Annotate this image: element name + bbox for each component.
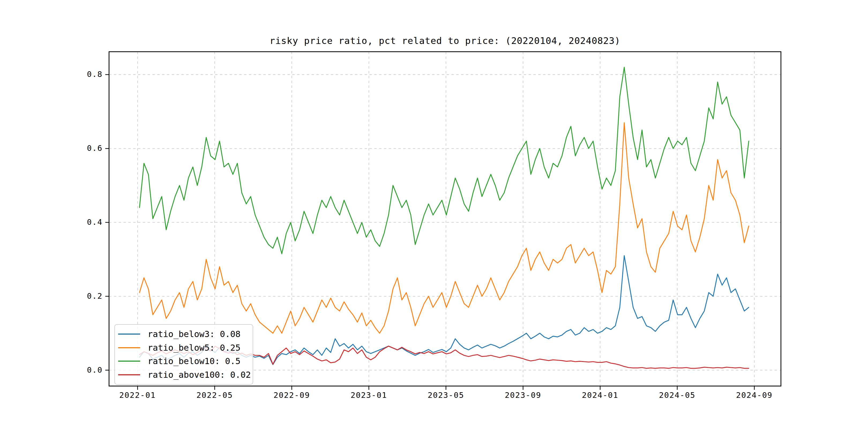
legend: ratio_below3: 0.08 ratio_below5: 0.25 ra… (114, 324, 253, 385)
y-tick-label: 0.2 (60, 291, 103, 301)
legend-item-label: ratio_below5: 0.25 (148, 343, 241, 353)
x-tick-label: 2024-05 (645, 391, 709, 400)
legend-item-ratio-above100: ratio_above100: 0.02 (118, 368, 249, 381)
y-tick-label: 0.0 (60, 365, 103, 374)
y-tick-label: 0.6 (60, 144, 103, 153)
y-tick-label: 0.4 (60, 218, 103, 227)
legend-item-label: ratio_below3: 0.08 (148, 329, 241, 339)
legend-item-ratio-below3: ratio_below3: 0.08 (118, 328, 249, 341)
figure: risky price ratio, pct related to price:… (0, 0, 868, 434)
x-tick-label: 2022-05 (182, 391, 247, 400)
legend-line-sample (118, 334, 140, 335)
x-tick-label: 2023-09 (491, 391, 555, 400)
x-tick-label: 2024-01 (568, 391, 632, 400)
legend-line-sample (118, 347, 140, 348)
legend-line-sample (118, 374, 140, 375)
x-tick-label: 2022-01 (105, 391, 169, 400)
legend-item-label: ratio_above100: 0.02 (148, 370, 251, 380)
chart-title: risky price ratio, pct related to price:… (109, 35, 781, 46)
x-tick-label: 2023-05 (414, 391, 478, 400)
y-tick-label: 0.8 (60, 70, 103, 79)
x-tick-label: 2024-09 (722, 391, 786, 400)
legend-item-ratio-below10: ratio_below10: 0.5 (118, 355, 249, 368)
x-tick-label: 2022-09 (259, 391, 324, 400)
legend-line-sample (118, 361, 140, 362)
legend-item-label: ratio_below10: 0.5 (148, 356, 241, 366)
legend-item-ratio-below5: ratio_below5: 0.25 (118, 341, 249, 354)
x-tick-label: 2023-01 (337, 391, 401, 400)
